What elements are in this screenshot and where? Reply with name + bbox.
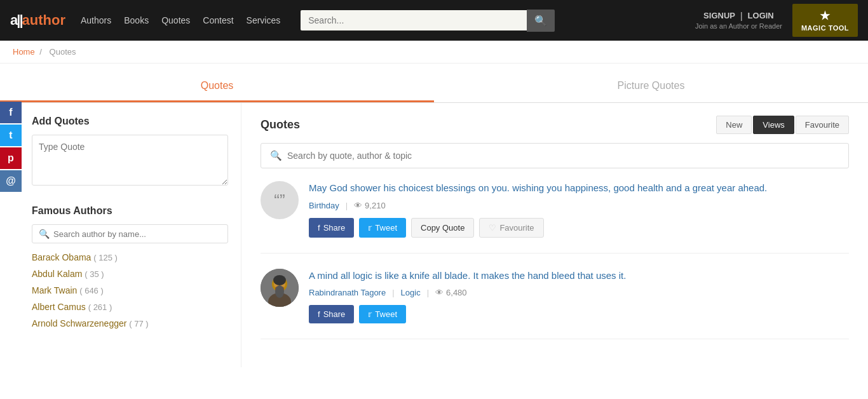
quote-card-1: “” May God shower his choicest blessings…	[261, 181, 849, 254]
tweet-btn-2[interactable]: 𝕣 Tweet	[359, 305, 406, 323]
list-item: Albert Camus ( 261 )	[32, 302, 228, 312]
nav-quotes[interactable]: Quotes	[161, 15, 190, 25]
magic-tool-label: MAGIC TOOL	[801, 24, 849, 32]
quotes-header: Quotes New Views Favourite	[261, 116, 849, 134]
view-buttons: New Views Favourite	[716, 116, 849, 134]
quote-actions-1: f Share 𝕣 Tweet Copy Quote ♡ Favourite	[309, 218, 849, 238]
views-view-btn[interactable]: Views	[753, 116, 794, 134]
quote-text-2: A mind all logic is like a knife all bla…	[309, 269, 849, 283]
search-author-wrapper: 🔍	[32, 224, 228, 243]
quote-meta-2: Rabindranath Tagore | Logic | 👁 6,480	[309, 288, 849, 297]
quote-card-2: A mind all logic is like a knife all bla…	[261, 269, 849, 340]
quote-tag-1: Birthday	[309, 201, 339, 210]
svg-point-6	[273, 275, 286, 285]
login-link[interactable]: LOGIN	[748, 11, 774, 21]
author-schwarzenegger-count: ( 77 )	[129, 319, 148, 328]
nav-contest[interactable]: Contest	[203, 15, 233, 25]
favourite-btn-1[interactable]: ♡ Favourite	[479, 218, 543, 238]
logo[interactable]: a|| author	[10, 12, 65, 29]
author-twain-count: ( 646 )	[79, 286, 104, 295]
main-tabs: Quotes Picture Quotes	[0, 71, 868, 103]
list-item: Mark Twain ( 646 )	[32, 285, 228, 295]
nav-authors[interactable]: Authors	[81, 15, 111, 25]
famous-authors-title: Famous Authors	[32, 205, 228, 217]
magic-tool-button[interactable]: ★ MAGIC TOOL	[792, 4, 858, 37]
email-social-btn[interactable]: @	[0, 170, 22, 192]
author-twain[interactable]: Mark Twain	[32, 285, 77, 295]
share-facebook-btn-1[interactable]: f Share	[309, 218, 354, 238]
breadcrumb: Home / Quotes	[0, 41, 868, 64]
famous-authors-section: Famous Authors 🔍 Barack Obama ( 125 ) Ab…	[32, 205, 228, 328]
list-item: Barack Obama ( 125 )	[32, 252, 228, 262]
favourite-view-btn[interactable]: Favourite	[796, 116, 849, 134]
type-quote-textarea[interactable]	[32, 135, 228, 186]
author-list: Barack Obama ( 125 ) Abdul Kalam ( 35 ) …	[32, 252, 228, 328]
quote-text-1: May God shower his choicest blessings on…	[309, 181, 849, 196]
quote-meta-1: Birthday | 👁 9,210	[309, 201, 849, 210]
quote-views-2: 👁 6,480	[435, 288, 467, 297]
author-obama-count: ( 125 )	[93, 253, 118, 262]
facebook-social-btn[interactable]: f	[0, 102, 22, 123]
nav-books[interactable]: Books	[124, 15, 149, 25]
quote-avatar-2	[261, 269, 299, 307]
facebook-icon-2: f	[318, 309, 320, 319]
quote-tag-author-2: Rabindranath Tagore	[309, 288, 386, 297]
quote-avatar-1: “”	[261, 181, 299, 219]
join-label: Join as an Author or Reader	[695, 22, 782, 30]
quote-search-bar: 🔍	[261, 143, 849, 168]
tweet-btn-1[interactable]: 𝕣 Tweet	[359, 218, 406, 238]
list-item: Abdul Kalam ( 35 )	[32, 269, 228, 279]
header-search-button[interactable]: 🔍	[527, 10, 555, 32]
header-search: 🔍	[301, 10, 555, 32]
signup-link[interactable]: SIGNUP	[703, 11, 735, 21]
author-camus[interactable]: Albert Camus	[32, 302, 86, 312]
social-sidebar: f t p @	[0, 102, 22, 192]
twitter-social-btn[interactable]: t	[0, 125, 22, 146]
share-facebook-btn-2[interactable]: f Share	[309, 305, 354, 323]
logo-icon: a||	[10, 12, 22, 29]
header-search-input[interactable]	[301, 10, 527, 30]
quote-search-icon: 🔍	[270, 150, 282, 161]
quotes-section-title: Quotes	[261, 118, 709, 132]
copy-quote-btn-1[interactable]: Copy Quote	[411, 218, 474, 238]
heart-icon: ♡	[489, 223, 496, 233]
quote-tag-logic-2: Logic	[401, 288, 421, 297]
tab-picture-quotes[interactable]: Picture Quotes	[434, 71, 868, 102]
eye-icon-2: 👁	[435, 288, 444, 297]
pinterest-social-btn[interactable]: p	[0, 147, 22, 169]
author-kalam-count: ( 35 )	[85, 269, 104, 279]
twitter-icon-2: 𝕣	[368, 309, 372, 319]
twitter-icon: 𝕣	[368, 223, 372, 233]
breadcrumb-home[interactable]: Home	[13, 47, 35, 57]
right-content: Quotes New Views Favourite 🔍 “” May God …	[241, 103, 868, 367]
quote-body-2: A mind all logic is like a knife all bla…	[309, 269, 849, 324]
new-view-btn[interactable]: New	[716, 116, 752, 134]
svg-point-5	[275, 285, 284, 298]
eye-icon: 👁	[354, 201, 362, 210]
main-nav: Authors Books Quotes Contest Services	[81, 15, 280, 25]
add-quotes-title: Add Quotes	[32, 116, 228, 127]
search-author-icon: 🔍	[39, 229, 50, 239]
logo-text: author	[22, 12, 65, 29]
auth-separator: |	[740, 11, 743, 21]
auth-links: SIGNUP | LOGIN Join as an Author or Read…	[695, 11, 782, 30]
breadcrumb-current: Quotes	[50, 47, 76, 57]
author-obama[interactable]: Barack Obama	[32, 252, 91, 262]
facebook-icon: f	[318, 223, 320, 233]
tab-quotes[interactable]: Quotes	[0, 71, 434, 102]
tagore-avatar-svg	[261, 269, 299, 307]
logic-link[interactable]: Logic	[401, 288, 421, 297]
nav-services[interactable]: Services	[247, 15, 281, 25]
quote-icon: “”	[274, 191, 285, 210]
search-author-input[interactable]	[53, 229, 221, 239]
breadcrumb-separator: /	[39, 47, 42, 57]
list-item: Arnold Schwarzenegger ( 77 )	[32, 318, 228, 328]
quote-search-input[interactable]	[287, 151, 839, 161]
author-camus-count: ( 261 )	[88, 302, 112, 312]
author-kalam[interactable]: Abdul Kalam	[32, 269, 82, 279]
tagore-link[interactable]: Rabindranath Tagore	[309, 288, 386, 297]
author-schwarzenegger[interactable]: Arnold Schwarzenegger	[32, 318, 126, 328]
birthday-tag-link[interactable]: Birthday	[309, 201, 339, 210]
header-right: SIGNUP | LOGIN Join as an Author or Read…	[695, 4, 858, 37]
quote-body-1: May God shower his choicest blessings on…	[309, 181, 849, 238]
